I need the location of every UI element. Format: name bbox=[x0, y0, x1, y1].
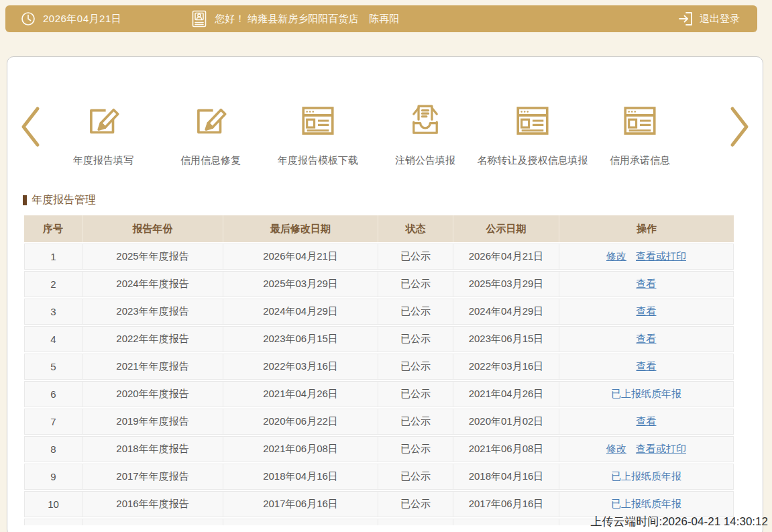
status: 已公示 bbox=[378, 244, 453, 270]
column-header-2: 报告年份 bbox=[82, 215, 223, 242]
publish-date: 2017年06月16日 bbox=[453, 491, 559, 517]
paper-report-status-text: 已上报纸质年报 bbox=[611, 470, 681, 482]
company-name: 纳雍县新房乡阳阳百货店 bbox=[247, 13, 358, 25]
webpage-icon bbox=[513, 101, 552, 140]
carousel-item-6[interactable]: 信用承诺信息 bbox=[586, 101, 694, 167]
publish-date: 2025年03月29日 bbox=[453, 271, 559, 297]
action-link[interactable]: 修改 bbox=[606, 443, 626, 454]
operation-cell: 查看 bbox=[559, 354, 734, 380]
report-year: 2025年年度报告 bbox=[82, 244, 223, 270]
last-modified-date: 2024年04月29日 bbox=[223, 299, 378, 325]
carousel-item-3[interactable]: 年度报告模板下载 bbox=[264, 101, 372, 167]
status: 已公示 bbox=[378, 436, 453, 462]
row-number: 2 bbox=[24, 271, 82, 297]
greeting-text: 您好！ bbox=[215, 13, 245, 25]
operation-cell: 查看 bbox=[559, 409, 734, 435]
status: 已公示 bbox=[378, 354, 453, 380]
action-link[interactable]: 修改 bbox=[606, 250, 626, 262]
publish-date: 2024年04月29日 bbox=[453, 299, 559, 325]
action-link[interactable]: 查看 bbox=[637, 415, 657, 427]
carousel-item-label: 年度报告填写 bbox=[73, 154, 133, 167]
table-row: 42022年年度报告2023年06月15日已公示2023年06月15日查看 bbox=[24, 326, 734, 352]
topbar: 2026年04月21日 您好！ 纳雍县新房乡阳阳百货店 陈再阳 退出登录 bbox=[5, 5, 757, 32]
row-number: 4 bbox=[24, 326, 82, 352]
column-header-5: 公示日期 bbox=[453, 215, 559, 242]
webpage-icon bbox=[298, 101, 337, 140]
section-title-label: 年度报告管理 bbox=[32, 193, 96, 207]
user-badge-icon bbox=[192, 10, 207, 28]
last-modified-date: 2021年06月08日 bbox=[223, 436, 378, 462]
logout-button[interactable]: 退出登录 bbox=[677, 11, 740, 27]
last-modified-date: 2022年03月16日 bbox=[223, 354, 378, 380]
report-year: 2020年年度报告 bbox=[82, 381, 223, 407]
action-link[interactable]: 查看或打印 bbox=[636, 443, 686, 454]
carousel-item-4[interactable]: 注销公告填报 bbox=[372, 101, 479, 167]
table-row: 62020年年度报告2021年04月26日已公示2021年04月26日已上报纸质… bbox=[24, 381, 734, 407]
report-year: 2017年年度报告 bbox=[82, 464, 223, 490]
chevron-right-icon bbox=[728, 140, 751, 150]
row-number: 6 bbox=[24, 381, 82, 407]
operation-cell: 查看 bbox=[559, 326, 734, 352]
operation-cell: 已上报纸质年报 bbox=[559, 381, 734, 407]
publish-date: 2022年03月16日 bbox=[453, 354, 559, 380]
section-bullet bbox=[23, 195, 27, 205]
action-link[interactable]: 查看 bbox=[637, 278, 657, 289]
publish-date: 2020年01月02日 bbox=[453, 409, 559, 435]
carousel-next-button[interactable] bbox=[726, 105, 753, 148]
table-row: 72019年年度报告2020年06月22日已公示2020年01月02日查看 bbox=[24, 409, 734, 435]
carousel-item-label: 注销公告填报 bbox=[395, 154, 455, 167]
action-link[interactable]: 查看 bbox=[637, 333, 657, 344]
status: 已公示 bbox=[378, 381, 453, 407]
last-modified-date: 2020年06月22日 bbox=[223, 409, 378, 435]
publish-date: 2021年06月08日 bbox=[453, 436, 559, 462]
report-year: 2022年年度报告 bbox=[82, 326, 223, 352]
operation-cell: 查看 bbox=[559, 271, 734, 297]
status: 已公示 bbox=[378, 326, 453, 352]
last-modified-date: 2023年06月15日 bbox=[223, 326, 378, 352]
last-modified-date: 2026年04月21日 bbox=[223, 244, 378, 270]
paper-report-status-text: 已上报纸质年报 bbox=[611, 498, 681, 509]
inbox-icon bbox=[406, 101, 445, 140]
carousel-item-2[interactable]: 信用信息修复 bbox=[157, 101, 264, 167]
carousel-item-label: 信用承诺信息 bbox=[610, 154, 670, 167]
edit-icon bbox=[84, 101, 123, 140]
report-year: 2019年年度报告 bbox=[82, 409, 223, 435]
action-link[interactable]: 查看或打印 bbox=[636, 250, 686, 262]
webpage-icon bbox=[620, 101, 659, 140]
upload-time-overlay: 上传云端时间:2026-04-21 14:30:12 bbox=[590, 514, 768, 529]
operation-cell: 已上报纸质年报 bbox=[559, 464, 734, 490]
logout-label: 退出登录 bbox=[700, 13, 740, 25]
status: 已公示 bbox=[378, 409, 453, 435]
carousel-item-label: 年度报告模板下载 bbox=[278, 154, 358, 167]
report-year: 2024年年度报告 bbox=[82, 271, 223, 297]
operation-cell: 修改查看或打印 bbox=[559, 244, 734, 270]
carousel-item-label: 名称转让及授权信息填报 bbox=[478, 154, 588, 167]
chevron-left-icon bbox=[19, 140, 42, 150]
table-row: 52021年年度报告2022年03月16日已公示2022年03月16日查看 bbox=[24, 354, 734, 380]
report-year: 2018年年度报告 bbox=[82, 436, 223, 462]
action-link[interactable]: 查看 bbox=[637, 360, 657, 372]
edit-icon bbox=[191, 101, 230, 140]
action-link[interactable]: 查看 bbox=[637, 305, 657, 317]
status: 已公示 bbox=[378, 464, 453, 490]
status: 已公示 bbox=[378, 299, 453, 325]
report-year: 2023年年度报告 bbox=[82, 299, 223, 325]
report-year: 2016年年度报告 bbox=[82, 491, 223, 517]
column-header-3: 最后修改日期 bbox=[223, 215, 378, 242]
carousel-item-1[interactable]: 年度报告填写 bbox=[50, 101, 157, 167]
carousel: 年度报告填写信用信息修复年度报告模板下载注销公告填报名称转让及授权信息填报信用承… bbox=[50, 101, 694, 167]
publish-date: 2026年04月21日 bbox=[453, 244, 559, 270]
table-row: 12025年年度报告2026年04月21日已公示2026年04月21日修改查看或… bbox=[24, 244, 734, 270]
column-header-6: 操作 bbox=[559, 215, 734, 242]
annual-report-table: 序号报告年份最后修改日期状态公示日期操作 12025年年度报告2026年04月2… bbox=[24, 214, 734, 527]
last-modified-date: 2017年06月16日 bbox=[223, 491, 378, 517]
last-modified-date: 2025年03月29日 bbox=[223, 271, 378, 297]
table-row: 82018年年度报告2021年06月08日已公示2021年06月08日修改查看或… bbox=[24, 436, 734, 462]
publish-date: 2023年06月15日 bbox=[453, 326, 559, 352]
row-number: 8 bbox=[24, 436, 82, 462]
main-card: 年度报告填写信用信息修复年度报告模板下载注销公告填报名称转让及授权信息填报信用承… bbox=[7, 56, 763, 532]
column-header-1: 序号 bbox=[24, 215, 82, 242]
carousel-prev-button[interactable] bbox=[17, 105, 44, 148]
carousel-item-5[interactable]: 名称转让及授权信息填报 bbox=[479, 101, 586, 167]
table-row: 22024年年度报告2025年03月29日已公示2025年03月29日查看 bbox=[24, 271, 734, 297]
